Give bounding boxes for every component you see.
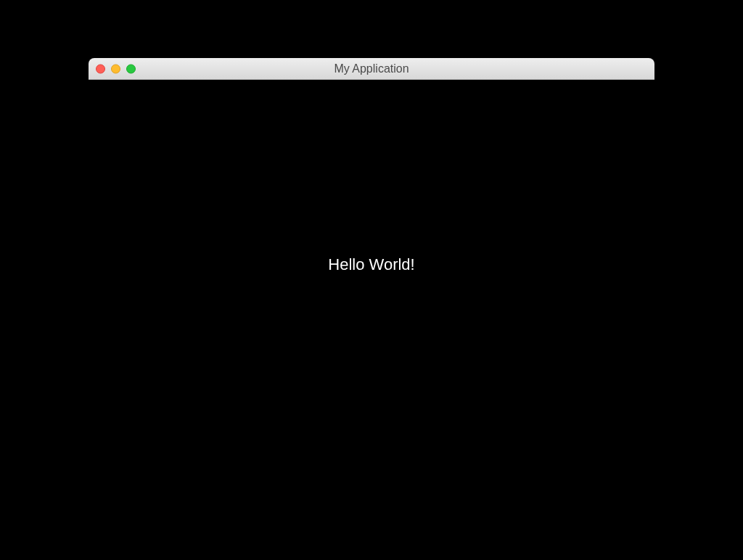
app-window: My Application Hello World!: [89, 58, 654, 450]
maximize-button[interactable]: [126, 64, 136, 73]
minimize-button[interactable]: [111, 64, 120, 73]
window-title: My Application: [89, 62, 654, 75]
close-button[interactable]: [96, 64, 105, 73]
hello-world-label: Hello World!: [328, 255, 414, 274]
titlebar: My Application: [89, 58, 654, 80]
traffic-lights: [96, 64, 136, 73]
content-area: Hello World!: [89, 80, 654, 450]
